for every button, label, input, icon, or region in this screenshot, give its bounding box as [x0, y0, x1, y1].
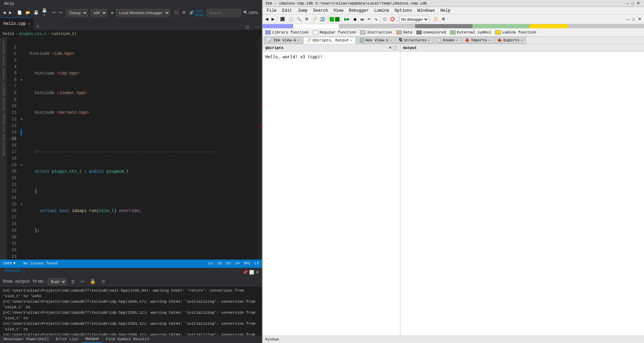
debug-config-dropdown[interactable]: Debug	[66, 9, 88, 17]
status-encoding[interactable]: SPC	[244, 261, 251, 265]
ida-tab-q-close[interactable]: ✕	[350, 38, 352, 42]
ida-nav-forward[interactable]: ▶	[270, 16, 276, 23]
status-line[interactable]: Ln: 15	[208, 261, 222, 265]
ida-tab-str-close[interactable]: ✕	[428, 38, 430, 42]
output-source-dropdown[interactable]: Build	[48, 278, 67, 285]
sidebar-label-git[interactable]: Git Changes	[2, 112, 5, 133]
ida-tab-exports[interactable]: 📤 Exports ✕	[494, 37, 526, 44]
undo-btn[interactable]: ↩	[51, 9, 57, 17]
breadcrumb-plugin[interactable]: plugin_ctx_t	[19, 32, 47, 36]
ida-btn-6[interactable]: 🔤	[319, 16, 326, 23]
ida-step-btn[interactable]: ⏭	[359, 16, 366, 23]
ida-menu-lumina[interactable]: Lumina	[371, 7, 392, 14]
qscripts-copy-btn[interactable]: 📋	[392, 46, 397, 50]
breadcrumb-run[interactable]: run(size_t)	[51, 32, 76, 36]
open-btn[interactable]: 📂	[24, 9, 32, 17]
ida-menu-options[interactable]: Options	[392, 7, 415, 14]
vs-menu-help[interactable]: Help	[1, 0, 17, 8]
ida-menu-file[interactable]: File	[264, 7, 279, 14]
new-tab-btn[interactable]: +	[33, 23, 42, 30]
output-content[interactable]: 1>C:\Users\elias\Projects\ida\idasdk77\I…	[0, 286, 262, 335]
tab-close-btn[interactable]: ✕	[28, 22, 30, 26]
ida-btn-3[interactable]: 🔍	[295, 16, 303, 23]
run-debugger-btn[interactable]: ▶	[110, 9, 115, 17]
ida-btn-5[interactable]: 📝	[310, 16, 318, 23]
ida-tab-hex[interactable]: 🔢 Hex View-1 ✕	[356, 37, 395, 44]
ida-menu-view[interactable]: View	[331, 7, 346, 14]
arch-dropdown[interactable]: x64	[91, 9, 107, 17]
ida-tab-imports[interactable]: 📥 Imports ✕	[462, 37, 493, 44]
output-float-btn[interactable]: ⬜	[249, 270, 254, 275]
save-all-btn[interactable]: 💾+	[41, 9, 48, 17]
ida-settings-btn[interactable]: ⚙	[440, 16, 447, 23]
ida-menu-jump[interactable]: Jump	[295, 7, 310, 14]
ida-btn-4[interactable]: ⚙	[304, 16, 310, 23]
status-line-ending[interactable]: LF	[255, 261, 259, 265]
save-btn[interactable]: 💾	[32, 9, 40, 17]
ida-tab-imp-close[interactable]: ✕	[488, 38, 490, 42]
ida-tab-exp-close[interactable]: ✕	[521, 38, 523, 42]
ida-menu-windows[interactable]: Windows	[415, 7, 438, 14]
lock-scroll-btn[interactable]: 🔒	[89, 278, 97, 285]
ida-close-panel-btn[interactable]: ✕	[637, 16, 643, 23]
status-no-issues[interactable]: ✓ No issues found	[20, 261, 58, 266]
status-col[interactable]: Ch: 24	[226, 261, 239, 265]
ida-maximize-panel-btn[interactable]: □	[631, 16, 636, 23]
more-tabs-btn[interactable]: ⋯	[252, 24, 262, 30]
ida-menu-search[interactable]: Search	[310, 7, 330, 14]
tab-hello-cpp[interactable]: hello.cpp ✕	[0, 18, 33, 30]
output-title[interactable]: Output	[3, 268, 23, 277]
breakpoint-btn[interactable]: ⬛	[173, 9, 180, 17]
ida-attach-btn[interactable]: ⬡	[382, 16, 388, 23]
ida-tab-a-close[interactable]: ✕	[297, 38, 299, 42]
word-wrap-btn[interactable]: ⇌	[79, 278, 86, 285]
qscripts-close-btn[interactable]: ✕	[389, 46, 392, 50]
tab-output[interactable]: Output	[82, 335, 103, 343]
search-btn[interactable]: 🔍 100%	[242, 9, 259, 17]
ida-tab-view-a[interactable]: 📊 IDA View-A ✕	[264, 37, 303, 44]
ida-menu-debugger[interactable]: Debugger	[346, 7, 371, 14]
code-content[interactable]: #include <ida.hpp> #include <idp.hpp> #i…	[27, 38, 257, 260]
ida-nav-back[interactable]: ◀	[264, 16, 269, 23]
status-zoom[interactable]: 100% ▼	[3, 261, 16, 265]
ida-tab-enums[interactable]: 📋 Enums ✕	[434, 37, 461, 44]
output-pin-btn[interactable]: 📌	[243, 270, 248, 275]
split-editor-btn[interactable]: ⊟	[243, 24, 252, 30]
ida-debugger-select[interactable]: No debugger	[399, 16, 429, 23]
search-input[interactable]	[207, 9, 241, 17]
ida-btn-1[interactable]: ⬛	[279, 16, 286, 23]
breadcrumb-hello[interactable]: hello	[3, 32, 14, 36]
ida-tab-hex-close[interactable]: ✕	[390, 38, 392, 42]
debugger-dropdown[interactable]: Local Windows Debugger	[116, 9, 170, 17]
scroll-indicator[interactable]	[257, 38, 262, 260]
tab-find-symbol[interactable]: Find Symbol Results	[103, 335, 153, 343]
ida-menu-help[interactable]: Help	[438, 7, 453, 14]
ida-maximize-btn[interactable]: □	[630, 1, 635, 6]
new-file-btn[interactable]: 📄	[16, 9, 23, 17]
live-share-btn[interactable]: 🔗 Live Share	[188, 9, 205, 17]
ida-over-btn[interactable]: ↩	[366, 16, 372, 23]
ida-run-btn[interactable]: ▶▶	[343, 16, 351, 23]
settings-btn[interactable]: ⚙	[181, 9, 187, 17]
sidebar-label-solution[interactable]: Solution Explorer	[2, 81, 5, 112]
nav-forward-btn[interactable]: ▶	[8, 9, 13, 17]
tab-developer-ps[interactable]: Developer PowerShell	[0, 335, 52, 343]
ida-stop-btn[interactable]: ⏹	[352, 16, 358, 23]
sidebar-label-server[interactable]: Server Explorer	[2, 39, 5, 67]
ida-close-btn[interactable]: ✕	[635, 1, 641, 6]
tab-error-list[interactable]: Error List	[52, 335, 82, 343]
ida-btn-2[interactable]: ⬜	[287, 16, 295, 23]
nav-back-btn[interactable]: ◀	[1, 9, 7, 17]
sidebar-label-toolbox[interactable]: Toolbox	[2, 67, 5, 81]
sidebar-label-resource[interactable]: Resource View	[2, 133, 5, 157]
redo-btn[interactable]: ↪	[58, 9, 63, 17]
ida-menu-edit[interactable]: Edit	[279, 7, 295, 14]
ida-tab-enum-close[interactable]: ✕	[456, 38, 458, 42]
ida-minimize-panel-btn[interactable]: ─	[625, 16, 631, 23]
output-settings-btn[interactable]: ⚙	[100, 278, 107, 285]
ida-tab-qscripts[interactable]: 📝 QScripts, Output ✕	[303, 37, 356, 44]
ida-detach-btn[interactable]: ⭕	[389, 16, 396, 23]
output-close-btn[interactable]: ✕	[256, 270, 259, 275]
ida-script-btn[interactable]: 📜	[432, 16, 440, 23]
ida-into-btn[interactable]: ↘	[373, 16, 379, 23]
